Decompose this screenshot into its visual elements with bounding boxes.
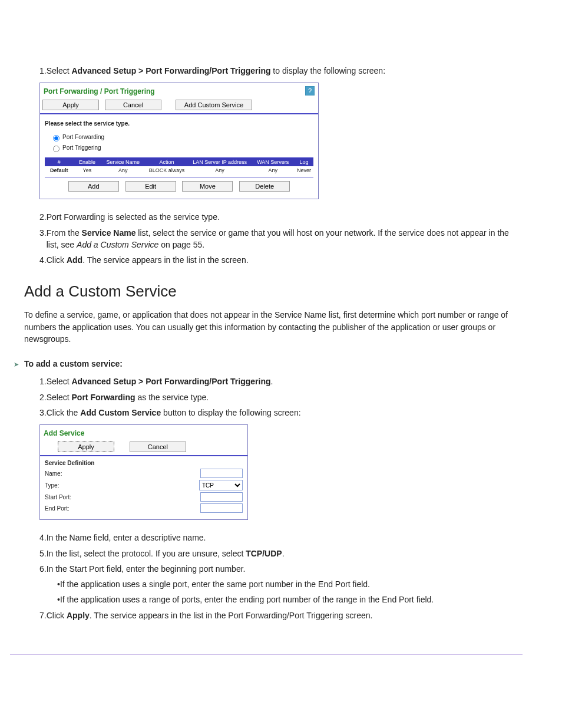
- radio-label: Port Triggering: [62, 144, 101, 151]
- section-label: Service Definition: [45, 460, 243, 466]
- step-number: 4.: [39, 532, 47, 543]
- text: Click: [47, 611, 67, 620]
- step-number: 3.: [39, 407, 47, 419]
- document-page: 1. Select Advanced Setup > Port Forwardi…: [39, 65, 523, 655]
- text: . The service appears in the list in the…: [90, 611, 373, 620]
- delete-button[interactable]: Delete: [239, 181, 290, 192]
- start-port-input[interactable]: [200, 492, 243, 502]
- procedure-title: To add a custom service:: [24, 359, 123, 368]
- page-footer-rule: [10, 654, 523, 655]
- type-label: Type:: [45, 482, 59, 489]
- text: Click: [47, 255, 67, 265]
- name-input[interactable]: [200, 469, 243, 478]
- cancel-button[interactable]: Cancel: [130, 442, 186, 452]
- text-bold: Add: [67, 255, 82, 265]
- end-port-label: End Port:: [45, 505, 70, 512]
- cancel-button[interactable]: Cancel: [105, 100, 161, 110]
- text: Port Forwarding is selected as the servi…: [47, 211, 220, 223]
- step-number: 1.: [39, 375, 47, 387]
- panel-title: Add Service: [44, 429, 84, 437]
- text: to display the following screen:: [270, 66, 385, 75]
- apply-button[interactable]: Apply: [42, 100, 99, 110]
- table-header-row: # Enable Service Name Action LAN Server …: [45, 158, 313, 166]
- text: Select: [47, 377, 72, 386]
- help-icon[interactable]: ?: [305, 86, 315, 95]
- text: Select: [47, 393, 72, 402]
- text: on page 55.: [158, 240, 204, 249]
- text-bold: Apply: [67, 611, 90, 620]
- text: In the list, select the protocol. If you…: [47, 549, 246, 558]
- section-heading: Add a Custom Service: [24, 282, 523, 301]
- radio-label: Port Forwarding: [62, 134, 104, 140]
- apply-button[interactable]: Apply: [58, 442, 114, 452]
- port-forwarding-screenshot: Port Forwarding / Port Triggering ? Appl…: [39, 83, 319, 199]
- text: button to display the following screen:: [161, 408, 300, 417]
- text: In the Start Port field, enter the begin…: [47, 563, 246, 575]
- text: If the application uses a single port, e…: [60, 578, 370, 590]
- text: Select: [47, 66, 72, 75]
- text: If the application uses a range of ports…: [60, 594, 523, 605]
- end-port-input[interactable]: [200, 503, 243, 513]
- start-port-label: Start Port:: [45, 494, 71, 500]
- text: From the: [47, 228, 82, 238]
- text: as the service type.: [135, 393, 209, 402]
- procedure-arrow-icon: ➤: [14, 361, 19, 368]
- text: Click the: [47, 408, 81, 417]
- text-bold: Add Custom Service: [80, 408, 161, 417]
- step-number: 5.: [39, 548, 47, 559]
- edit-button[interactable]: Edit: [125, 181, 176, 192]
- name-label: Name:: [45, 470, 62, 477]
- step-number: 4.: [39, 254, 47, 266]
- menu-path: Advanced Setup > Port Forwarding/Port Tr…: [72, 66, 271, 75]
- table-row: Default Yes Any BLOCK always Any Any Nev…: [45, 166, 313, 174]
- text-bold: Advanced Setup > Port Forwarding/Port Tr…: [72, 377, 271, 386]
- panel-title: Port Forwarding / Port Triggering: [44, 87, 155, 95]
- add-custom-service-button[interactable]: Add Custom Service: [176, 100, 252, 110]
- port-forwarding-radio[interactable]: [53, 135, 59, 141]
- add-service-screenshot: Add Service Apply Cancel Service Definit…: [39, 424, 248, 520]
- step-number: 3.: [39, 227, 47, 251]
- xref-link: Add a Custom Service: [77, 240, 158, 249]
- move-button[interactable]: Move: [182, 181, 233, 192]
- text-bold: Service Name: [82, 228, 136, 238]
- step-number: 2.: [39, 391, 47, 403]
- text-bold: Port Forwarding: [72, 393, 135, 402]
- text: . The service appears in the list in the…: [82, 255, 248, 265]
- text: .: [270, 377, 273, 386]
- step-number: 1.: [39, 65, 47, 77]
- section-intro: To define a service, game, or applicatio…: [24, 309, 523, 345]
- step-number: 7.: [39, 610, 47, 621]
- port-triggering-radio[interactable]: [53, 146, 59, 152]
- step-select-screen: 1. Select Advanced Setup > Port Forwardi…: [39, 65, 523, 77]
- step-number: 6.: [39, 563, 47, 575]
- text: In the Name field, enter a descriptive n…: [47, 532, 206, 543]
- add-button[interactable]: Add: [68, 181, 119, 192]
- type-select[interactable]: TCP: [199, 480, 243, 490]
- step-number: 2.: [39, 211, 47, 223]
- text: .: [282, 549, 285, 558]
- service-type-label: Please select the service type.: [45, 120, 313, 127]
- text-bold: TCP/UDP: [246, 549, 282, 558]
